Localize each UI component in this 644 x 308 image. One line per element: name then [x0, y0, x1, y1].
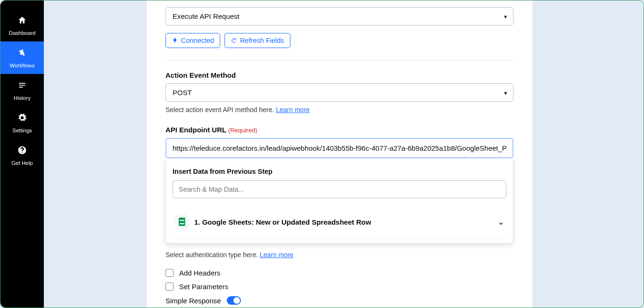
sidebar-label-help: Get Help — [11, 160, 33, 166]
add-headers-checkbox[interactable] — [165, 269, 173, 277]
app-frame: Dashboard Workflows History Settings Get… — [0, 0, 644, 308]
api-endpoint-url-input[interactable] — [165, 138, 513, 158]
help-icon — [17, 146, 27, 157]
simple-response-label: Simple Response — [165, 297, 221, 305]
search-map-data-input[interactable] — [173, 180, 506, 198]
insert-data-dropdown: Insert Data from Previous Step 1. Google… — [165, 159, 513, 243]
action-event-select[interactable]: Execute API Request ▾ — [165, 7, 513, 25]
sidebar-item-dashboard[interactable]: Dashboard — [0, 9, 44, 41]
connected-button[interactable]: Connected — [165, 33, 220, 48]
refresh-label: Refresh Fields — [240, 37, 284, 44]
url-required: (Required) — [228, 127, 257, 134]
previous-step-item[interactable]: 1. Google Sheets: New or Updated Spreads… — [173, 209, 506, 239]
sidebar-label-settings: Settings — [12, 128, 32, 133]
method-label: Action Event Method — [165, 71, 513, 79]
action-panel: Execute API Request ▾ Connected Refresh … — [147, 0, 532, 308]
method-value: POST — [173, 89, 192, 97]
dropdown-title: Insert Data from Previous Step — [173, 168, 506, 175]
sidebar-item-settings[interactable]: Settings — [0, 106, 44, 139]
sidebar-label-history: History — [14, 95, 31, 101]
content-area: Execute API Request ▾ Connected Refresh … — [44, 0, 644, 308]
plug-icon — [172, 37, 178, 44]
set-parameters-checkbox[interactable] — [165, 283, 173, 291]
google-sheets-icon — [174, 214, 190, 229]
history-icon — [17, 81, 27, 92]
action-event-value: Execute API Request — [173, 12, 239, 20]
sidebar-item-workflows[interactable]: Workflows — [0, 41, 44, 74]
sidebar-item-help[interactable]: Get Help — [0, 139, 44, 171]
method-select[interactable]: POST ▾ — [165, 83, 513, 102]
set-parameters-row[interactable]: Set Parameters — [165, 283, 513, 291]
learn-more-link-method[interactable]: Learn more — [276, 106, 310, 113]
divider — [165, 60, 513, 61]
url-label: API Endpoint URL — [165, 126, 228, 134]
sidebar-label-dashboard: Dashboard — [9, 30, 35, 36]
learn-more-link-auth[interactable]: Learn more — [260, 251, 294, 259]
workflow-icon — [17, 48, 27, 60]
connected-label: Connected — [181, 37, 214, 44]
sidebar: Dashboard Workflows History Settings Get… — [0, 0, 44, 308]
sidebar-item-history[interactable]: History — [0, 74, 44, 106]
auth-helper-text: Select authentication type here. — [165, 251, 260, 259]
caret-down-icon: ▾ — [504, 89, 507, 96]
refresh-icon — [231, 37, 237, 44]
auth-helper: Select authentication type here. Learn m… — [165, 251, 513, 259]
sidebar-label-workflows: Workflows — [10, 63, 35, 68]
simple-response-row: Simple Response — [165, 296, 513, 305]
previous-step-label: 1. Google Sheets: New or Updated Spreads… — [194, 218, 493, 226]
url-label-row: API Endpoint URL (Required) — [165, 126, 513, 134]
gear-icon — [17, 113, 27, 125]
add-headers-row[interactable]: Add Headers — [165, 269, 513, 277]
simple-response-toggle[interactable] — [227, 296, 241, 305]
set-parameters-label: Set Parameters — [179, 283, 228, 291]
caret-down-icon: ▾ — [504, 13, 507, 20]
method-helper-text: Select action event API method here. — [165, 106, 276, 113]
add-headers-label: Add Headers — [179, 269, 221, 277]
refresh-fields-button[interactable]: Refresh Fields — [224, 33, 290, 48]
chevron-down-icon: ⌄ — [497, 217, 504, 227]
method-helper: Select action event API method here. Lea… — [165, 106, 513, 113]
home-icon — [17, 16, 27, 27]
